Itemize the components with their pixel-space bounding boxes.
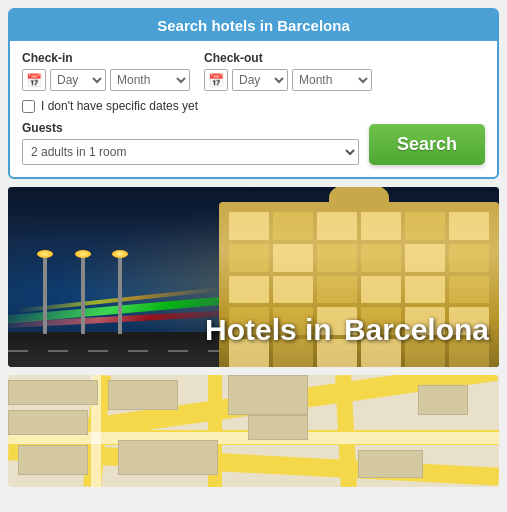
- guests-group: Guests 2 adults in 1 room 1 adult in 1 r…: [22, 121, 359, 165]
- checkin-inputs: 📅 Day Month: [22, 69, 190, 91]
- building-top: [329, 187, 389, 212]
- checkout-day-select[interactable]: Day: [232, 69, 288, 91]
- search-panel-body: Check-in 📅 Day Month Check-out 📅: [10, 41, 497, 165]
- search-panel: Search hotels in Barcelona Check-in 📅 Da…: [8, 8, 499, 179]
- banner-text: Hotels in Barcelona: [205, 313, 489, 347]
- checkout-inputs: 📅 Day Month: [204, 69, 372, 91]
- banner-text-bold: Barcelona: [344, 313, 489, 346]
- checkout-calendar-icon: 📅: [204, 69, 228, 91]
- checkout-label: Check-out: [204, 51, 372, 65]
- street-lights: [28, 254, 137, 337]
- map-block-2: [228, 375, 308, 415]
- banner-background: Hotels in Barcelona: [8, 187, 499, 367]
- guests-label: Guests: [22, 121, 359, 135]
- checkin-day-select[interactable]: Day: [50, 69, 106, 91]
- search-button[interactable]: Search: [369, 124, 485, 165]
- checkout-group: Check-out 📅 Day Month: [204, 51, 372, 91]
- map-block-1: [108, 380, 178, 410]
- no-dates-row: I don't have specific dates yet: [22, 99, 485, 113]
- map-block-8: [418, 385, 468, 415]
- banner-text-prefix: Hotels in: [205, 313, 332, 346]
- map-section[interactable]: [8, 375, 499, 487]
- map-background: [8, 375, 499, 487]
- map-block-5: [18, 445, 88, 475]
- checkout-month-select[interactable]: Month: [292, 69, 372, 91]
- no-dates-label: I don't have specific dates yet: [41, 99, 198, 113]
- checkin-month-select[interactable]: Month: [110, 69, 190, 91]
- light-pole-2: [81, 254, 85, 334]
- checkin-calendar-icon: 📅: [22, 69, 46, 91]
- light-pole-1: [43, 254, 47, 334]
- map-block-6: [8, 380, 98, 405]
- no-dates-checkbox[interactable]: [22, 100, 35, 113]
- guests-search-row: Guests 2 adults in 1 room 1 adult in 1 r…: [22, 121, 485, 165]
- light-pole-3: [118, 254, 122, 334]
- checkin-group: Check-in 📅 Day Month: [22, 51, 190, 91]
- guests-select[interactable]: 2 adults in 1 room 1 adult in 1 room 3 a…: [22, 139, 359, 165]
- hotel-banner: Hotels in Barcelona: [8, 187, 499, 367]
- date-row: Check-in 📅 Day Month Check-out 📅: [22, 51, 485, 91]
- map-block-9: [8, 410, 88, 435]
- search-panel-title: Search hotels in Barcelona: [10, 10, 497, 41]
- map-block-7: [358, 450, 423, 478]
- map-block-3: [248, 415, 308, 440]
- checkin-label: Check-in: [22, 51, 190, 65]
- map-block-4: [118, 440, 218, 475]
